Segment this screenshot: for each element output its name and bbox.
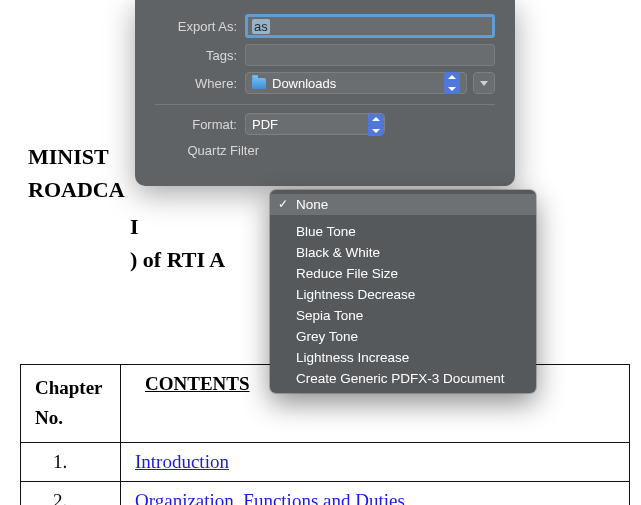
heading-text-right1: ROADCA [28,177,125,202]
tags-input[interactable] [245,44,495,66]
dropdown-item-sepia-tone[interactable]: Sepia Tone [270,305,536,326]
dropdown-item-none[interactable]: None [270,194,536,215]
heading-line2-pre: I [130,214,139,239]
dropdown-item-lightness-increase[interactable]: Lightness Increase [270,347,536,368]
export-as-input[interactable]: as [245,14,495,38]
row-num: 2. [21,481,121,505]
export-as-label: Export As: [155,19,245,34]
format-stepper-icon [368,114,384,136]
dropdown-item-lightness-decrease[interactable]: Lightness Decrease [270,284,536,305]
format-label: Format: [155,117,245,132]
tags-label: Tags: [155,48,245,63]
dropdown-item-black-white[interactable]: Black & White [270,242,536,263]
format-value: PDF [252,117,278,132]
where-reveal-button[interactable] [473,72,495,94]
heading-line2-post: ) of RTI A [130,247,225,272]
dialog-divider [155,104,495,105]
table-row: 1. Introduction [21,442,630,481]
dropdown-item-blue-tone[interactable]: Blue Tone [270,221,536,242]
export-as-value: as [252,19,270,34]
format-select[interactable]: PDF [245,113,385,135]
quartz-filter-dropdown: None Blue Tone Black & White Reduce File… [270,190,536,393]
where-stepper-icon [444,72,460,94]
folder-icon [252,78,266,89]
row-num: 1. [21,442,121,481]
where-select[interactable]: Downloads [245,72,467,94]
where-label: Where: [155,76,245,91]
link-organization[interactable]: Organization, Functions and Duties [135,490,405,505]
heading-text-left: MINIST [28,144,108,169]
dropdown-item-pdfx3[interactable]: Create Generic PDFX-3 Document [270,368,536,389]
link-introduction[interactable]: Introduction [135,451,229,472]
quartz-filter-label: Quartz Filter [155,143,267,158]
table-row: 2. Organization, Functions and Duties [21,481,630,505]
dropdown-item-reduce-file-size[interactable]: Reduce File Size [270,263,536,284]
dropdown-item-grey-tone[interactable]: Grey Tone [270,326,536,347]
where-value: Downloads [272,76,336,91]
chevron-down-icon [480,81,488,86]
col-chapter-no: Chapter No. [21,365,121,443]
export-dialog: Export As: as Tags: Where: Downloads For… [135,0,515,186]
